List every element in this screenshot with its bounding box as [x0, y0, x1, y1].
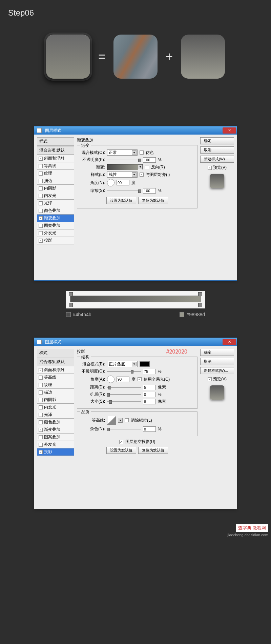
sidebar-head-styles[interactable]: 样式 [37, 349, 74, 357]
style-checkbox[interactable]: ✓ [39, 428, 43, 432]
sidebar-item[interactable]: 光泽 [37, 411, 74, 419]
contour-picker[interactable] [107, 416, 116, 425]
new-style-button[interactable]: 新建样式(W)... [200, 367, 234, 374]
set-default-button[interactable]: 设置为默认值 [106, 197, 136, 204]
sidebar-item[interactable]: ✓渐变叠加 [37, 426, 74, 434]
sidebar-item[interactable]: 内发光 [37, 404, 74, 411]
reset-default-button[interactable]: 复位为默认值 [138, 197, 168, 204]
sidebar-item[interactable]: ✓斜面和浮雕 [37, 155, 74, 162]
close-button[interactable]: ✕ [223, 127, 236, 134]
sidebar-item[interactable]: ✓投影 [37, 448, 74, 456]
dither-checkbox[interactable] [140, 150, 144, 155]
noise-slider[interactable] [107, 427, 141, 431]
gradient-picker[interactable]: ▼ [107, 164, 143, 170]
style-checkbox[interactable] [39, 231, 43, 235]
angle-dial[interactable] [107, 179, 114, 186]
cancel-button[interactable]: 取消 [200, 146, 234, 154]
global-light-checkbox[interactable]: ✓ [138, 377, 142, 381]
sidebar-item[interactable]: ✓投影 [37, 237, 74, 244]
gradient-style-select[interactable]: 线性▼ [107, 172, 138, 178]
style-checkbox[interactable]: ✓ [39, 239, 43, 243]
sidebar-item[interactable]: 图案叠加 [37, 434, 74, 441]
sidebar-item[interactable]: 图案叠加 [37, 222, 74, 229]
opacity-stop-left[interactable] [69, 292, 73, 296]
style-checkbox[interactable] [39, 383, 43, 387]
sidebar-item[interactable]: 描边 [37, 177, 74, 185]
reset-default-button[interactable]: 复位为默认值 [138, 447, 168, 454]
sidebar-item[interactable]: ✓斜面和浮雕 [37, 366, 74, 374]
style-checkbox[interactable] [39, 398, 43, 402]
spread-input[interactable]: 0 [143, 392, 156, 397]
sidebar-item[interactable]: 等高线 [37, 162, 74, 170]
preview-checkbox[interactable]: ✓ [208, 166, 212, 170]
sidebar-item[interactable]: 颜色叠加 [37, 207, 74, 215]
sidebar-item[interactable]: 颜色叠加 [37, 419, 74, 426]
angle-input[interactable]: 90 [117, 180, 129, 185]
style-checkbox[interactable] [39, 435, 43, 439]
close-button[interactable]: ✕ [223, 339, 236, 345]
blend-mode-select[interactable]: 正片叠底▼ [107, 361, 138, 367]
sidebar-item[interactable]: 纹理 [37, 170, 74, 177]
sidebar-item[interactable]: 光泽 [37, 200, 74, 207]
angle-input[interactable]: 90 [117, 377, 129, 382]
sidebar-item[interactable]: 纹理 [37, 381, 74, 389]
style-checkbox[interactable] [39, 405, 43, 409]
opacity-slider[interactable] [107, 369, 141, 374]
style-checkbox[interactable] [39, 413, 43, 417]
ok-button[interactable]: 确定 [200, 137, 234, 144]
style-checkbox[interactable] [39, 194, 43, 198]
opacity-stop-right[interactable] [198, 292, 202, 296]
scale-input[interactable]: 100 [143, 188, 156, 194]
style-checkbox[interactable] [39, 172, 43, 176]
titlebar[interactable]: 图层样式 ✕ [34, 338, 237, 346]
blend-mode-select[interactable]: 正常▼ [107, 149, 138, 156]
style-checkbox[interactable]: ✓ [39, 368, 43, 372]
spread-slider[interactable] [107, 393, 141, 397]
style-checkbox[interactable]: ✓ [39, 216, 43, 220]
gradient-editor-bar[interactable] [66, 291, 205, 308]
style-checkbox[interactable] [39, 224, 43, 228]
style-checkbox[interactable] [39, 443, 43, 447]
opacity-slider[interactable] [107, 158, 141, 162]
sidebar-item[interactable]: 描边 [37, 389, 74, 396]
sidebar-item[interactable]: 外发光 [37, 441, 74, 448]
sidebar-head-blend[interactable]: 混合选项:默认 [37, 358, 74, 366]
sidebar-head-styles[interactable]: 样式 [37, 137, 74, 146]
align-checkbox[interactable]: ✓ [140, 173, 144, 177]
style-checkbox[interactable] [39, 186, 43, 190]
size-slider[interactable] [107, 400, 141, 404]
distance-slider[interactable] [107, 385, 141, 389]
color-stop-left[interactable] [69, 303, 73, 307]
color-stop-right[interactable] [198, 303, 202, 307]
chevron-down-icon[interactable]: ▼ [118, 418, 123, 423]
opacity-input[interactable]: 75 [143, 369, 156, 374]
opacity-input[interactable]: 100 [143, 157, 156, 163]
size-input[interactable]: 8 [143, 399, 156, 404]
noise-input[interactable]: 0 [143, 426, 156, 432]
sidebar-item[interactable]: 内阴影 [37, 396, 74, 404]
angle-dial[interactable] [107, 376, 114, 383]
sidebar-item[interactable]: 外发光 [37, 229, 74, 237]
sidebar-head-blend[interactable]: 混合选项:默认 [37, 146, 74, 155]
antialias-checkbox[interactable] [125, 418, 129, 422]
style-checkbox[interactable]: ✓ [39, 157, 43, 161]
titlebar[interactable]: 图层样式 ✕ [34, 126, 237, 135]
style-checkbox[interactable]: ✓ [39, 450, 43, 454]
style-checkbox[interactable] [39, 420, 43, 424]
new-style-button[interactable]: 新建样式(W)... [200, 156, 234, 163]
knockout-checkbox[interactable]: ✓ [119, 440, 123, 444]
reverse-checkbox[interactable] [145, 165, 149, 169]
style-checkbox[interactable] [39, 201, 43, 205]
style-checkbox[interactable] [39, 376, 43, 380]
style-checkbox[interactable] [39, 390, 43, 395]
style-checkbox[interactable] [39, 179, 43, 183]
scale-slider[interactable] [107, 189, 141, 193]
style-checkbox[interactable] [39, 209, 43, 213]
ok-button[interactable]: 确定 [200, 349, 234, 356]
sidebar-item[interactable]: 内阴影 [37, 185, 74, 192]
sidebar-item[interactable]: 等高线 [37, 374, 74, 381]
style-checkbox[interactable] [39, 164, 43, 168]
set-default-button[interactable]: 设置为默认值 [106, 447, 136, 454]
sidebar-item[interactable]: 内发光 [37, 192, 74, 200]
preview-checkbox[interactable]: ✓ [208, 377, 212, 381]
